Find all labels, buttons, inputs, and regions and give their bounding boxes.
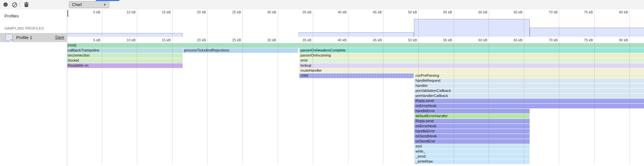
overview-area-segment: [299, 32, 414, 37]
flame-bar-label: handler: [415, 84, 428, 88]
view-mode-dropdown[interactable]: Chart ▼: [69, 1, 109, 8]
flame-bar[interactable]: defaultErrorHandler: [414, 114, 529, 119]
flame-bar-label: handleError: [415, 109, 434, 113]
toolbar-separator: [20, 2, 20, 7]
flame-bar-label: preValidationCallback: [415, 89, 451, 93]
ruler-tick-label: 35 kB: [288, 38, 311, 42]
flame-bar[interactable]: (root): [67, 43, 644, 48]
flame-bar-label: _writeRaw: [415, 159, 432, 163]
memory-profiler-panel: Chart ▼ Profiles SAMPLING PROFILES % Pro…: [0, 0, 644, 166]
view-mode-value: Chart: [72, 2, 82, 7]
record-icon[interactable]: [3, 2, 8, 7]
flame-bar-label: onSendEnd: [415, 139, 435, 143]
ruler-tick-label: 70 kB: [534, 10, 558, 14]
flame-bar[interactable]: Reply.send: [414, 99, 644, 103]
ruler-tick-label: 35 kB: [288, 10, 311, 14]
flame-bar-label: lookup: [300, 63, 311, 67]
flame-bar-label: Readable.on: [68, 63, 88, 67]
ruler-tick-label: 60 kB: [464, 10, 487, 14]
overview-area-segment: [414, 19, 529, 37]
flame-bar[interactable]: routeHandler: [299, 68, 644, 73]
ruler-tick-label: 60 kB: [464, 38, 487, 42]
flame-bar[interactable]: lookup: [299, 63, 644, 68]
sampling-profiles-section-label: SAMPLING PROFILES: [0, 19, 67, 30]
ruler-tick-label: 20 kB: [182, 38, 206, 42]
flame-bar-label: callbackTrampoline: [68, 48, 99, 52]
flame-bar-label: end: [415, 144, 421, 148]
flame-bar[interactable]: _send: [414, 154, 529, 159]
ruler-tick-label: 15 kB: [147, 10, 171, 14]
ruler-tick-label: 25 kB: [218, 38, 241, 42]
ruler-tick-label: 15 kB: [147, 38, 171, 42]
flame-bar[interactable]: runPreParsing: [414, 73, 644, 78]
trash-icon[interactable]: [24, 2, 29, 7]
flame-bar-label: onErrorHook: [415, 104, 436, 108]
flame-bar[interactable]: onErrorHook: [414, 104, 644, 108]
flame-bar[interactable]: Reply.send: [414, 119, 529, 124]
ruler-tick-label: 30 kB: [253, 10, 276, 14]
overview-drag-handle[interactable]: [67, 10, 68, 17]
toolbar: Chart ▼: [0, 0, 644, 10]
flame-bar[interactable]: child: [299, 73, 414, 78]
flame-bar[interactable]: parserOnIncoming: [299, 53, 644, 58]
flame-bar-label: defaultErrorHandler: [415, 114, 448, 118]
overview-area-segment: [530, 28, 644, 37]
ruler-tick-label: 40 kB: [323, 38, 347, 42]
flame-bar-label: Reply.send: [415, 99, 433, 103]
ruler-tick-label: 80 kB: [605, 10, 628, 14]
flame-bar-label: routeHandler: [300, 68, 322, 72]
clear-all-icon[interactable]: [12, 2, 17, 7]
flame-bar[interactable]: parserOnHeadersComplete: [299, 48, 644, 53]
flame-bar[interactable]: onSendHook: [414, 134, 529, 139]
ruler-tick-label: 45 kB: [358, 10, 382, 14]
flame-bar-label: processTicksAndRejections: [184, 48, 229, 52]
ruler-tick-label: 50 kB: [393, 10, 417, 14]
profiles-header: Profiles: [0, 9, 67, 19]
flame-bar-label: runPreParsing: [415, 73, 439, 77]
flame-bar[interactable]: emit: [299, 58, 644, 63]
ruler-tick-label: 30 kB: [253, 38, 276, 42]
flame-bar[interactable]: callbackTrampoline: [67, 48, 183, 53]
profile-list-item[interactable]: % Profile 1 Save: [0, 33, 67, 42]
ruler-tick-label: 50 kB: [393, 38, 417, 42]
flame-bar-label: onErrorHook: [415, 124, 436, 128]
flame-bar-label: onSendHook: [415, 134, 437, 138]
allocation-overview[interactable]: 5 kB10 kB15 kB20 kB25 kB30 kB35 kB40 kB4…: [67, 9, 644, 37]
ruler-tick-label: 75 kB: [569, 10, 593, 14]
ruler-tick-label: 25 kB: [218, 10, 241, 14]
flame-bar[interactable]: onErrorHook: [414, 124, 529, 129]
flame-bar[interactable]: write_: [414, 149, 529, 154]
ruler-tick-label: 45 kB: [358, 38, 382, 42]
flame-bar-label: parserOnHeadersComplete: [300, 48, 346, 52]
active-tab-indicator: [96, 0, 119, 1]
flame-bar[interactable]: Readable.on: [67, 63, 183, 68]
flame-bar[interactable]: _writeRaw: [414, 159, 529, 164]
ruler-tick-label: 10 kB: [112, 38, 136, 42]
ruler-tick-label: 70 kB: [534, 38, 558, 42]
flame-bar[interactable]: preValidationCallback: [414, 89, 644, 93]
ruler-tick-label: 10 kB: [112, 10, 136, 14]
flame-bar[interactable]: Socket: [67, 58, 183, 63]
ruler-tick-label: 65 kB: [499, 10, 523, 14]
flame-bar[interactable]: handleError: [414, 109, 529, 113]
ruler-tick-label: 5 kB: [77, 10, 101, 14]
flame-bar[interactable]: handleError: [414, 129, 529, 134]
ruler-tick-label: 5 kB: [77, 38, 101, 42]
flame-bar[interactable]: handleRequest: [414, 78, 644, 83]
ruler-tick-label: 20 kB: [182, 10, 206, 14]
flame-chart-rows: (root)callbackTrampolineprocessTicksAndR…: [67, 43, 644, 164]
flame-bar[interactable]: end: [414, 144, 529, 149]
save-profile-link[interactable]: Save: [55, 35, 64, 40]
flame-chart-ruler: 5 kB10 kB15 kB20 kB25 kB30 kB35 kB40 kB4…: [67, 37, 644, 43]
heap-profile-icon: %: [5, 34, 13, 41]
flame-bar[interactable]: onconnection: [67, 53, 183, 58]
flame-bar-label: child: [300, 73, 308, 77]
flame-bar-label: handleError: [415, 129, 434, 133]
flame-bar[interactable]: preHandlerCallback: [414, 94, 644, 98]
flame-bar-label: _send: [415, 154, 425, 158]
flame-bar[interactable]: onSendEnd: [414, 139, 529, 144]
flame-bar-label: write_: [415, 149, 425, 153]
flame-bar[interactable]: processTicksAndRejections: [183, 48, 298, 53]
ruler-tick-label: 40 kB: [323, 10, 347, 14]
flame-bar[interactable]: handler: [414, 84, 644, 88]
